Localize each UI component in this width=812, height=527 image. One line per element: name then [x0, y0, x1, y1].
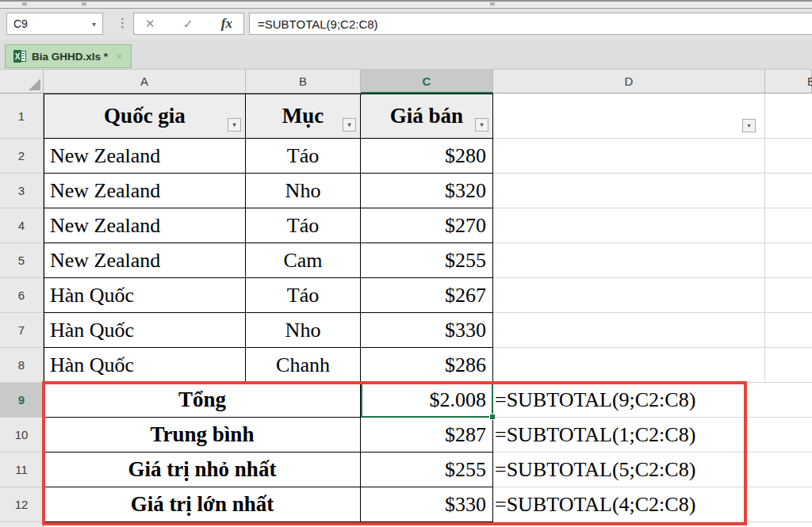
cell-a6[interactable]: Hàn Quốc [44, 278, 246, 313]
cell-d9[interactable]: =SUBTOTAL(9;C2:C8) [493, 383, 765, 418]
cell-e11[interactable] [765, 453, 812, 487]
cell-b4[interactable]: Táo [246, 208, 361, 243]
fill-handle[interactable] [489, 414, 496, 420]
column-header-row: A B C D E [0, 70, 812, 94]
confirm-icon[interactable]: ✓ [183, 17, 193, 32]
filter-icon[interactable]: ▾ [343, 118, 356, 132]
formula-input[interactable]: =SUBTOTAL(9;C2:C8) [249, 13, 812, 35]
table-row: 6 Hàn Quốc Táo $267 [0, 278, 812, 313]
cell-e6[interactable] [765, 278, 812, 313]
cell-a7[interactable]: Hàn Quốc [44, 313, 246, 348]
cell-c6[interactable]: $267 [361, 278, 493, 313]
cell-b7[interactable]: Nho [246, 313, 361, 348]
cell-d1[interactable]: ▾ [493, 94, 765, 139]
cell-c10[interactable]: $287 [361, 418, 493, 453]
insert-function-icon[interactable]: fx [221, 16, 232, 32]
cell-e3[interactable] [765, 174, 812, 208]
document-tab[interactable]: X Bia GHHD.xls * ✕ [5, 44, 132, 68]
row-header-5[interactable]: 5 [0, 243, 44, 278]
chevron-down-icon[interactable]: ▾ [92, 20, 96, 29]
cell-e1[interactable] [765, 94, 812, 139]
cell-c7[interactable]: $330 [361, 313, 493, 348]
column-header-e[interactable]: E [765, 70, 812, 94]
cell-b6[interactable]: Táo [246, 278, 361, 313]
row-header-7[interactable]: 7 [0, 313, 44, 348]
cell-c5[interactable]: $255 [361, 243, 493, 278]
cell-d5[interactable] [493, 243, 765, 278]
cell-b5[interactable]: Cam [246, 243, 361, 278]
name-box[interactable]: C9 ▾ [6, 13, 103, 35]
cell-a2[interactable]: New Zealand [44, 139, 246, 174]
cell-a5[interactable]: New Zealand [44, 243, 246, 278]
column-header-a[interactable]: A [44, 70, 246, 94]
select-all-button[interactable] [0, 70, 44, 94]
column-header-b[interactable]: B [246, 70, 361, 94]
cell-a4[interactable]: New Zealand [44, 208, 246, 243]
filter-icon[interactable]: ▾ [742, 119, 756, 132]
cell-a9-merged[interactable]: Tổng [44, 383, 361, 418]
row-header-13-partial[interactable] [0, 522, 44, 527]
table-row [0, 522, 812, 527]
cell-b3[interactable]: Nho [246, 174, 361, 208]
table-row: 2 New Zealand Táo $280 [0, 139, 812, 174]
cell-d2[interactable] [493, 139, 765, 174]
cell-c8[interactable]: $286 [361, 348, 493, 383]
row-header-10[interactable]: 10 [0, 418, 44, 453]
cell-d12[interactable]: =SUBTOTAL(4;C2:C8) [493, 487, 765, 522]
cell-a12-merged[interactable]: Giá trị lớn nhất [44, 487, 361, 522]
cell-e8[interactable] [765, 348, 812, 383]
cell-a8[interactable]: Hàn Quốc [44, 348, 246, 383]
row-header-4[interactable]: 4 [0, 208, 44, 243]
row-header-3[interactable]: 3 [0, 174, 44, 208]
cell-c2[interactable]: $280 [361, 139, 493, 174]
table-row: 3 New Zealand Nho $320 [0, 174, 812, 208]
cell-d11[interactable]: =SUBTOTAL(5;C2:C8) [493, 453, 765, 487]
row-header-11[interactable]: 11 [0, 453, 44, 487]
cell-b2[interactable]: Táo [246, 139, 361, 174]
cell-e12[interactable] [765, 487, 812, 522]
filter-icon[interactable]: ▾ [228, 118, 241, 132]
filter-icon[interactable]: ▾ [475, 118, 488, 132]
table-row: 8 Hàn Quốc Chanh $286 [0, 348, 812, 383]
cell-d3[interactable] [493, 174, 765, 208]
cell-c1[interactable]: Giá bán ▾ [361, 94, 493, 139]
row-header-9-selected[interactable]: 9 [0, 383, 44, 418]
cancel-icon[interactable]: ✕ [145, 17, 155, 31]
cell-d4[interactable] [493, 208, 765, 243]
cell-e2[interactable] [765, 139, 812, 174]
table-row: 1 Quốc gia ▾ Mục ▾ Giá bán ▾ ▾ [0, 94, 812, 139]
document-tab-bar: X Bia GHHD.xls * ✕ [0, 40, 812, 70]
cell-c4[interactable]: $270 [361, 208, 493, 243]
tab-title: Bia GHHD.xls * [32, 51, 108, 63]
cell-a1[interactable]: Quốc gia ▾ [44, 94, 246, 139]
cell-e7[interactable] [765, 313, 812, 348]
cell-c12[interactable]: $330 [361, 487, 493, 522]
row-header-1[interactable]: 1 [0, 94, 44, 139]
cell-c11[interactable]: $255 [361, 453, 493, 487]
column-header-d[interactable]: D [493, 70, 765, 94]
cell-d10[interactable]: =SUBTOTAL(1;C2:C8) [493, 418, 765, 453]
cell-d7[interactable] [493, 313, 765, 348]
row-header-12[interactable]: 12 [0, 487, 44, 522]
formula-text: =SUBTOTAL(9;C2:C8) [258, 17, 378, 31]
spreadsheet-app: C9 ▾ ⋮ ✕ ✓ fx =SUBTOTAL(9;C2:C8) X Bia G… [0, 0, 812, 527]
cell-a10-merged[interactable]: Trung bình [44, 418, 361, 453]
cell-d8[interactable] [493, 348, 765, 383]
cell-a3[interactable]: New Zealand [44, 174, 246, 208]
cell-e9[interactable] [765, 383, 812, 418]
cell-b1[interactable]: Mục ▾ [246, 94, 361, 139]
cell-e5[interactable] [765, 243, 812, 278]
cell-c3[interactable]: $320 [361, 174, 493, 208]
cell-a11-merged[interactable]: Giá trị nhỏ nhất [44, 453, 361, 487]
row-header-6[interactable]: 6 [0, 278, 44, 313]
column-header-c-selected[interactable]: C [361, 70, 493, 94]
cell-b8[interactable]: Chanh [246, 348, 361, 383]
cell-c9-active[interactable]: $2.008 [361, 383, 493, 418]
row-header-8[interactable]: 8 [0, 348, 44, 383]
more-options-icon[interactable]: ⋮ [117, 16, 128, 30]
cell-d6[interactable] [493, 278, 765, 313]
row-header-2[interactable]: 2 [0, 139, 44, 174]
cell-e10[interactable] [765, 418, 812, 453]
tab-close-icon[interactable]: ✕ [116, 52, 123, 62]
cell-e4[interactable] [765, 208, 812, 243]
